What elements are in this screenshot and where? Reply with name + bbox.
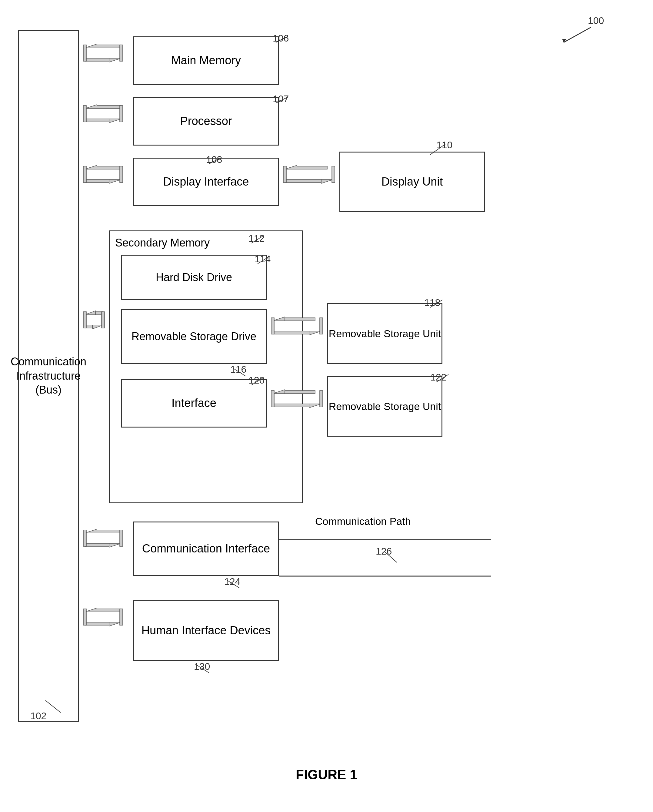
main-memory-label: Main Memory [171,53,241,68]
svg-marker-57 [109,543,121,547]
processor-box: Processor [133,97,279,145]
removable-storage-unit2-label: Removable Storage Unit [329,400,441,413]
comm-interface-ref-line [224,577,242,589]
secondary-memory-left-arrow [79,309,109,331]
diagram-container: 100 Communication Infrastructure (Bus) 1… [12,12,641,794]
comm-infra-box: Communication Infrastructure (Bus) [18,31,79,722]
human-interface-left-arrow [79,606,127,628]
removable-storage-drive-box: Removable Storage Drive [121,309,266,364]
hard-disk-drive-ref-line [254,255,273,267]
removable-storage-unit2-arrow [266,388,327,409]
removable-storage-unit1-box: Removable Storage Unit [327,303,442,364]
svg-line-9 [276,37,288,43]
processor-label: Processor [180,114,232,128]
hard-disk-drive-label: Hard Disk Drive [156,270,232,285]
comm-infra-label: Communication Infrastructure (Bus) [11,355,86,397]
svg-line-54 [436,374,449,382]
svg-rect-11 [97,105,121,108]
svg-rect-21 [83,166,86,183]
human-interface-ref-line [194,662,212,674]
svg-rect-56 [97,530,121,533]
svg-rect-60 [120,530,123,546]
svg-rect-27 [285,180,321,183]
svg-line-39 [233,368,245,376]
svg-rect-14 [83,105,86,122]
svg-line-2 [46,701,61,713]
svg-rect-70 [120,609,123,625]
svg-marker-65 [85,608,97,612]
display-interface-right-arrow [279,164,339,185]
svg-line-46 [430,300,442,307]
removable-storage-unit2-box: Removable Storage Unit [327,376,442,437]
svg-marker-10 [85,105,97,108]
svg-rect-38 [102,312,105,328]
main-memory-box: Main Memory [133,37,279,85]
svg-line-61 [227,580,239,588]
removable-storage-unit2-ref-line [433,373,452,385]
svg-rect-15 [120,105,123,122]
processor-ref-line [273,96,291,105]
svg-rect-37 [83,312,86,328]
svg-marker-26 [321,180,333,183]
svg-rect-28 [283,166,286,183]
comm-interface-label: Communication Interface [142,541,270,556]
svg-line-23 [209,158,221,164]
svg-marker-42 [309,331,321,335]
svg-marker-19 [109,180,121,183]
svg-rect-6 [85,58,109,61]
human-interface-box: Human Interface Devices [133,600,279,661]
svg-marker-40 [273,317,285,321]
hard-disk-drive-box: Hard Disk Drive [121,255,266,300]
secondary-memory-label: Secondary Memory [115,237,210,249]
comm-interface-left-arrow [79,528,127,549]
svg-marker-48 [273,390,285,394]
svg-rect-58 [85,543,109,546]
display-unit-label: Display Unit [382,174,443,189]
svg-rect-44 [271,318,274,334]
comm-path-label: Communication Path [315,516,411,527]
svg-marker-12 [109,119,121,123]
svg-rect-51 [273,404,309,407]
svg-marker-17 [85,165,97,169]
interface-box: Interface [121,379,266,427]
display-interface-label: Display Interface [163,174,249,189]
figure-label: FIGURE 1 [12,767,641,782]
ref-102-arrow [43,698,67,716]
comm-path-ref-line [382,549,400,564]
display-interface-left-arrow [79,164,127,185]
svg-rect-45 [320,318,323,334]
svg-line-64 [385,552,397,562]
svg-line-32 [257,256,270,264]
display-unit-box: Display Unit [339,152,485,212]
svg-rect-68 [85,622,109,625]
comm-interface-box: Communication Interface [133,522,279,576]
svg-rect-7 [83,45,86,61]
svg-line-31 [251,236,263,243]
svg-rect-8 [120,45,123,61]
svg-rect-4 [97,45,121,48]
svg-rect-69 [83,609,86,625]
removable-storage-unit1-ref-line [427,298,446,310]
svg-marker-67 [109,622,121,626]
processor-arrow [79,103,127,124]
removable-storage-drive-ref-line [230,365,248,377]
svg-line-47 [251,377,263,385]
main-memory-ref-line [273,35,291,44]
svg-rect-49 [285,391,315,394]
svg-line-16 [276,97,288,103]
svg-rect-18 [97,166,121,169]
ref-100-arrow [557,21,594,46]
interface-label: Interface [172,396,216,411]
human-interface-label: Human Interface Devices [142,623,271,638]
removable-storage-unit1-label: Removable Storage Unit [329,327,441,340]
main-memory-arrow [79,43,127,64]
svg-marker-55 [85,529,97,533]
svg-rect-52 [271,391,274,407]
secondary-memory-ref-line [248,234,266,246]
display-interface-ref-line [206,156,224,165]
svg-marker-5 [109,58,121,62]
svg-marker-50 [309,404,321,408]
display-unit-ref-line [424,142,449,158]
svg-line-0 [563,27,591,43]
svg-line-71 [197,665,209,673]
